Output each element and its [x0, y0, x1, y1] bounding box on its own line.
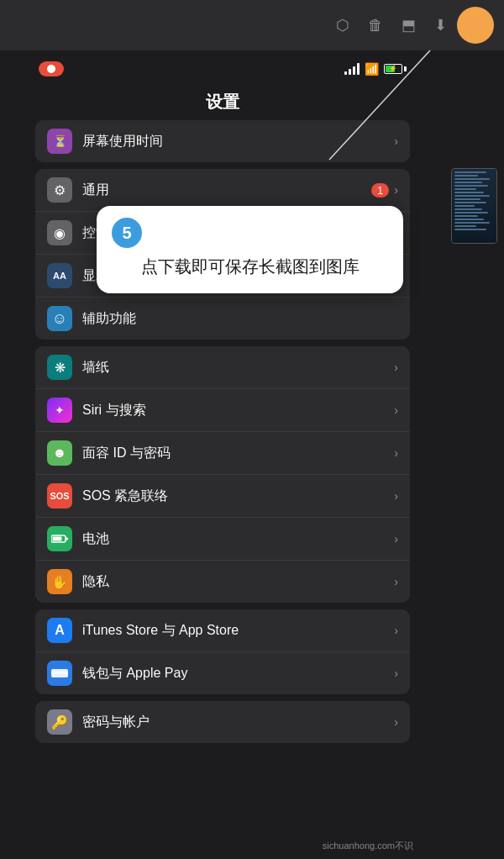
- battery-settings-icon: [47, 526, 72, 551]
- row-sos[interactable]: SOS SOS 紧急联络 ›: [35, 475, 410, 518]
- status-left: [39, 61, 64, 76]
- record-dot: [47, 65, 55, 73]
- export-icon[interactable]: ⬒: [402, 16, 416, 34]
- general-label: 通用: [82, 182, 371, 199]
- page-title: 设置: [25, 87, 420, 120]
- accessibility-label: 辅助功能: [82, 310, 398, 328]
- tooltip-overlay: 5 点下载即可保存长截图到图库: [97, 206, 403, 293]
- chevron-icon: ›: [394, 403, 398, 417]
- faceid-label: 面容 ID 与密码: [82, 445, 394, 462]
- itunes-label: iTunes Store 与 App Store: [82, 622, 394, 640]
- settings-group-0: ⏳ 屏幕使用时间 ›: [35, 120, 410, 162]
- row-faceid[interactable]: ☻ 面容 ID 与密码 ›: [35, 432, 410, 475]
- status-bar: 📶 ⚡: [25, 50, 420, 87]
- row-wallet[interactable]: 钱包与 Apple Pay ›: [35, 652, 410, 694]
- status-right: 📶 ⚡: [344, 62, 407, 76]
- tooltip-text: 点下载即可保存长截图到图库: [112, 255, 388, 278]
- general-icon: ⚙: [47, 177, 72, 203]
- control-center-icon: ◉: [47, 220, 72, 245]
- screen-time-label: 屏幕使用时间: [82, 133, 394, 150]
- row-battery[interactable]: 电池 ›: [35, 518, 410, 561]
- chevron-icon: ›: [394, 489, 398, 503]
- chevron-icon: ›: [394, 715, 398, 729]
- row-privacy[interactable]: ✋ 隐私 ›: [35, 561, 410, 603]
- display-icon: AA: [47, 263, 72, 288]
- download-icon[interactable]: ⬇: [434, 16, 447, 34]
- share-icon[interactable]: ⬡: [336, 16, 349, 34]
- password-icon: 🔑: [47, 709, 72, 735]
- chevron-icon: ›: [394, 575, 398, 588]
- wallet-label: 钱包与 Apple Pay: [82, 665, 394, 682]
- tooltip-number: 5: [112, 218, 142, 248]
- settings-group-4: 🔑 密码与帐户 ›: [35, 701, 410, 743]
- siri-label: Siri 与搜索: [82, 402, 394, 419]
- row-siri[interactable]: ✦ Siri 与搜索 ›: [35, 389, 410, 432]
- svg-rect-4: [51, 672, 68, 674]
- phone-frame: 📶 ⚡ 设置 ⏳ 屏幕使用时间 › ⚙ 通用: [25, 50, 420, 859]
- watermark: sichuanhong.com不识: [323, 840, 413, 852]
- svg-rect-2: [66, 538, 68, 540]
- row-screen-time[interactable]: ⏳ 屏幕使用时间 ›: [35, 120, 410, 162]
- settings-group-2: ❋ 墙纸 › ✦ Siri 与搜索 › ☻ 面容 ID 与密码 › SOS SO…: [35, 346, 410, 603]
- row-itunes[interactable]: A iTunes Store 与 App Store ›: [35, 609, 410, 652]
- top-toolbar: ⬡ 🗑 ⬒ ⬇: [0, 0, 504, 50]
- wallet-icon: [47, 661, 72, 686]
- sos-icon: SOS: [47, 483, 72, 509]
- delete-icon[interactable]: 🗑: [368, 17, 383, 34]
- battery-label: 电池: [82, 530, 394, 548]
- chevron-icon: ›: [394, 624, 398, 637]
- row-wallpaper[interactable]: ❋ 墙纸 ›: [35, 346, 410, 389]
- avatar[interactable]: [457, 7, 494, 44]
- wifi-icon: 📶: [365, 62, 379, 76]
- screen-time-icon: ⏳: [47, 129, 72, 154]
- settings-group-3: A iTunes Store 与 App Store › 钱包与 Apple P…: [35, 609, 410, 694]
- svg-rect-1: [53, 537, 62, 541]
- passwords-label: 密码与帐户: [82, 714, 394, 731]
- privacy-label: 隐私: [82, 573, 394, 591]
- row-passwords[interactable]: 🔑 密码与帐户 ›: [35, 701, 410, 743]
- thumbnail-preview: [451, 168, 497, 244]
- record-indicator: [39, 61, 64, 76]
- signal-bars-icon: [344, 63, 360, 75]
- wallpaper-icon: ❋: [47, 355, 72, 380]
- general-badge: 1: [371, 183, 389, 198]
- chevron-icon: ›: [394, 361, 398, 374]
- chevron-icon: ›: [394, 183, 398, 197]
- row-accessibility[interactable]: ☺ 辅助功能: [35, 298, 410, 340]
- chevron-icon: ›: [394, 532, 398, 545]
- itunes-icon: A: [47, 618, 72, 643]
- battery-icon: ⚡: [384, 64, 407, 74]
- privacy-icon: ✋: [47, 569, 72, 594]
- wallpaper-label: 墙纸: [82, 359, 394, 377]
- sos-label: SOS 紧急联络: [82, 487, 394, 505]
- accessibility-icon: ☺: [47, 306, 72, 331]
- siri-icon: ✦: [47, 398, 72, 423]
- chevron-icon: ›: [394, 667, 398, 680]
- thumbnail-inner: [452, 169, 496, 243]
- chevron-icon: ›: [394, 134, 398, 148]
- chevron-icon: ›: [394, 446, 398, 460]
- faceid-icon: ☻: [47, 440, 72, 466]
